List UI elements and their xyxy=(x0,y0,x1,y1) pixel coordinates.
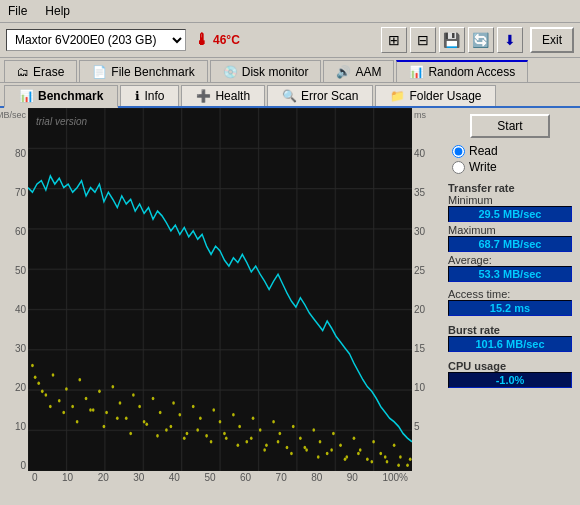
y-axis-right: ms 40 35 30 25 20 15 10 5 xyxy=(412,108,440,471)
folder-usage-icon: 📁 xyxy=(390,89,405,103)
access-time-section: Access time: 15.2 ms xyxy=(448,288,572,316)
svg-point-78 xyxy=(62,411,65,415)
maximum-label: Maximum xyxy=(448,224,572,236)
svg-point-81 xyxy=(103,425,106,429)
svg-point-22 xyxy=(58,399,61,403)
y-left-unit: MB/sec xyxy=(0,110,26,120)
svg-point-45 xyxy=(212,408,215,412)
svg-point-27 xyxy=(92,408,95,412)
svg-point-89 xyxy=(210,440,213,444)
toolbar-btn-1[interactable]: ⊞ xyxy=(381,27,407,53)
average-label: Average: xyxy=(448,254,572,266)
right-panel: Start Read Write Transfer rate Minimum 2… xyxy=(440,108,580,483)
tab-top-aam[interactable]: 🔊 AAM xyxy=(323,60,394,82)
read-radio[interactable] xyxy=(452,145,465,158)
svg-point-76 xyxy=(41,390,44,394)
menu-file[interactable]: File xyxy=(4,2,31,20)
svg-point-36 xyxy=(152,397,155,401)
transfer-rate-section: Transfer rate Minimum 29.5 MB/sec Maximu… xyxy=(448,180,572,282)
svg-point-91 xyxy=(237,443,240,447)
svg-point-96 xyxy=(303,446,306,450)
svg-point-34 xyxy=(138,405,141,409)
start-button[interactable]: Start xyxy=(470,114,550,138)
minimum-label: Minimum xyxy=(448,194,572,206)
svg-point-20 xyxy=(45,393,48,397)
svg-point-23 xyxy=(65,387,68,391)
svg-point-99 xyxy=(344,458,347,462)
toolbar-btn-4[interactable]: 🔄 xyxy=(468,27,494,53)
svg-point-28 xyxy=(98,390,101,394)
main-content: MB/sec 80 70 60 50 40 30 20 10 0 trial v… xyxy=(0,108,580,483)
write-radio-label[interactable]: Write xyxy=(452,160,572,174)
top-tab-bar: 🗂 Erase 📄 File Benchmark 💿 Disk monitor … xyxy=(0,58,580,83)
tab-error-scan[interactable]: 🔍 Error Scan xyxy=(267,85,373,106)
svg-point-95 xyxy=(290,452,293,456)
svg-point-82 xyxy=(116,417,119,421)
menu-help[interactable]: Help xyxy=(41,2,74,20)
svg-point-19 xyxy=(37,381,40,385)
error-scan-icon: 🔍 xyxy=(282,89,297,103)
svg-point-53 xyxy=(265,443,268,447)
svg-point-93 xyxy=(263,448,266,452)
svg-point-98 xyxy=(330,448,333,452)
tab-top-erase[interactable]: 🗂 Erase xyxy=(4,60,77,82)
toolbar-btn-5[interactable]: ⬇ xyxy=(497,27,523,53)
minimum-value: 29.5 MB/sec xyxy=(448,206,572,222)
tab-top-file-benchmark[interactable]: 📄 File Benchmark xyxy=(79,60,207,82)
y-right-unit: ms xyxy=(414,110,426,120)
svg-point-54 xyxy=(272,420,275,424)
svg-point-21 xyxy=(52,373,55,377)
svg-point-72 xyxy=(393,443,396,447)
chart-area: trial version xyxy=(28,108,412,471)
svg-point-102 xyxy=(384,455,387,459)
tab-top-disk-monitor[interactable]: 💿 Disk monitor xyxy=(210,60,322,82)
svg-point-100 xyxy=(357,452,360,456)
svg-point-38 xyxy=(165,428,168,432)
svg-point-51 xyxy=(252,417,255,421)
drive-select[interactable]: Maxtor 6V200E0 (203 GB) xyxy=(6,29,186,51)
svg-point-35 xyxy=(145,422,148,426)
second-tab-bar: 📊 Benchmark ℹ Info ➕ Health 🔍 Error Scan… xyxy=(0,83,580,108)
svg-point-43 xyxy=(199,417,202,421)
tab-top-random-access[interactable]: 📊 Random Access xyxy=(396,60,528,82)
svg-point-77 xyxy=(49,405,52,409)
svg-point-57 xyxy=(292,425,295,429)
svg-point-33 xyxy=(132,393,135,397)
read-radio-label[interactable]: Read xyxy=(452,144,572,158)
info-icon: ℹ xyxy=(135,89,140,103)
svg-point-92 xyxy=(250,436,253,440)
svg-point-68 xyxy=(366,458,369,462)
svg-point-42 xyxy=(192,405,195,409)
tab-folder-usage[interactable]: 📁 Folder Usage xyxy=(375,85,496,106)
svg-point-50 xyxy=(245,440,248,444)
health-icon: ➕ xyxy=(196,89,211,103)
exit-button[interactable]: Exit xyxy=(530,27,574,53)
maximum-value: 68.7 MB/sec xyxy=(448,236,572,252)
cpu-usage-value: -1.0% xyxy=(448,372,572,388)
burst-rate-value: 101.6 MB/sec xyxy=(448,336,572,352)
tab-info[interactable]: ℹ Info xyxy=(120,85,179,106)
tab-benchmark[interactable]: 📊 Benchmark xyxy=(4,85,118,108)
burst-rate-label: Burst rate xyxy=(448,324,572,336)
transfer-rate-label: Transfer rate xyxy=(448,182,572,194)
svg-point-79 xyxy=(76,420,79,424)
svg-point-60 xyxy=(312,428,315,432)
access-time-label: Access time: xyxy=(448,288,572,300)
svg-point-37 xyxy=(159,411,162,415)
toolbar-btn-3[interactable]: 💾 xyxy=(439,27,465,53)
file-benchmark-icon: 📄 xyxy=(92,65,107,79)
svg-point-88 xyxy=(196,428,199,432)
read-write-radio-group: Read Write xyxy=(452,144,572,174)
svg-point-86 xyxy=(170,425,173,429)
burst-rate-section: Burst rate 101.6 MB/sec xyxy=(448,322,572,352)
svg-point-39 xyxy=(172,401,175,405)
svg-point-47 xyxy=(225,436,228,440)
svg-point-18 xyxy=(31,364,34,368)
svg-point-58 xyxy=(299,436,302,440)
toolbar-btn-2[interactable]: ⊟ xyxy=(410,27,436,53)
chart-container: MB/sec 80 70 60 50 40 30 20 10 0 trial v… xyxy=(0,108,440,483)
write-radio[interactable] xyxy=(452,161,465,174)
tab-health[interactable]: ➕ Health xyxy=(181,85,265,106)
x-axis: 0 10 20 30 40 50 60 70 80 90 100% xyxy=(0,471,440,483)
cpu-usage-label: CPU usage xyxy=(448,360,572,372)
